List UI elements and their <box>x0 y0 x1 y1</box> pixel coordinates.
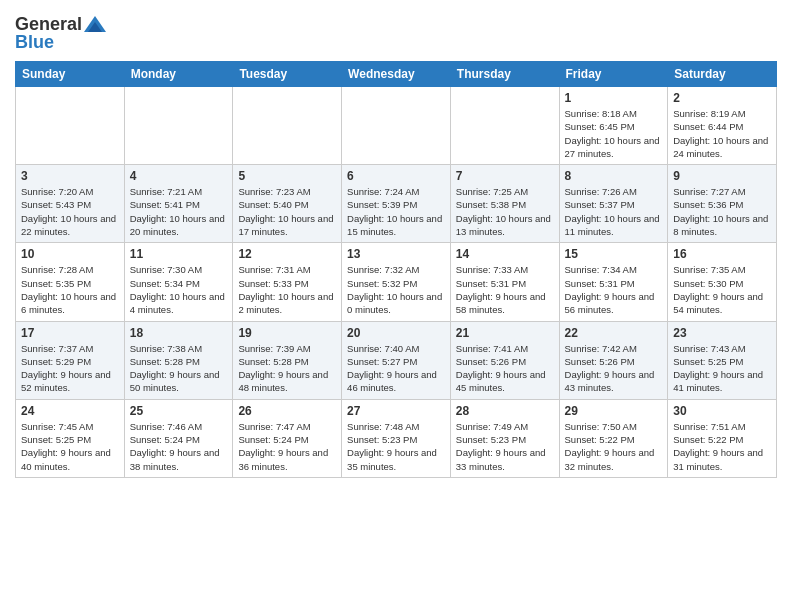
calendar-cell: 6Sunrise: 7:24 AM Sunset: 5:39 PM Daylig… <box>342 165 451 243</box>
day-number: 30 <box>673 404 771 418</box>
calendar-cell <box>233 87 342 165</box>
day-number: 1 <box>565 91 663 105</box>
calendar-cell <box>450 87 559 165</box>
calendar-cell: 2Sunrise: 8:19 AM Sunset: 6:44 PM Daylig… <box>668 87 777 165</box>
day-number: 9 <box>673 169 771 183</box>
day-header-monday: Monday <box>124 62 233 87</box>
logo: General Blue <box>15 10 106 53</box>
day-info: Sunrise: 7:40 AM Sunset: 5:27 PM Dayligh… <box>347 342 445 395</box>
day-header-thursday: Thursday <box>450 62 559 87</box>
day-number: 12 <box>238 247 336 261</box>
day-info: Sunrise: 8:19 AM Sunset: 6:44 PM Dayligh… <box>673 107 771 160</box>
day-info: Sunrise: 8:18 AM Sunset: 6:45 PM Dayligh… <box>565 107 663 160</box>
calendar-cell: 8Sunrise: 7:26 AM Sunset: 5:37 PM Daylig… <box>559 165 668 243</box>
calendar-cell: 16Sunrise: 7:35 AM Sunset: 5:30 PM Dayli… <box>668 243 777 321</box>
day-info: Sunrise: 7:41 AM Sunset: 5:26 PM Dayligh… <box>456 342 554 395</box>
calendar-cell: 20Sunrise: 7:40 AM Sunset: 5:27 PM Dayli… <box>342 321 451 399</box>
day-info: Sunrise: 7:38 AM Sunset: 5:28 PM Dayligh… <box>130 342 228 395</box>
day-header-friday: Friday <box>559 62 668 87</box>
day-number: 29 <box>565 404 663 418</box>
day-info: Sunrise: 7:20 AM Sunset: 5:43 PM Dayligh… <box>21 185 119 238</box>
logo-icon <box>84 14 106 34</box>
day-number: 4 <box>130 169 228 183</box>
day-info: Sunrise: 7:26 AM Sunset: 5:37 PM Dayligh… <box>565 185 663 238</box>
calendar-header-row: SundayMondayTuesdayWednesdayThursdayFrid… <box>16 62 777 87</box>
day-number: 11 <box>130 247 228 261</box>
day-info: Sunrise: 7:31 AM Sunset: 5:33 PM Dayligh… <box>238 263 336 316</box>
day-info: Sunrise: 7:25 AM Sunset: 5:38 PM Dayligh… <box>456 185 554 238</box>
day-number: 8 <box>565 169 663 183</box>
day-number: 2 <box>673 91 771 105</box>
day-number: 21 <box>456 326 554 340</box>
day-number: 27 <box>347 404 445 418</box>
day-info: Sunrise: 7:46 AM Sunset: 5:24 PM Dayligh… <box>130 420 228 473</box>
day-info: Sunrise: 7:24 AM Sunset: 5:39 PM Dayligh… <box>347 185 445 238</box>
calendar-cell: 17Sunrise: 7:37 AM Sunset: 5:29 PM Dayli… <box>16 321 125 399</box>
day-number: 19 <box>238 326 336 340</box>
calendar-cell <box>124 87 233 165</box>
day-number: 18 <box>130 326 228 340</box>
calendar-cell: 11Sunrise: 7:30 AM Sunset: 5:34 PM Dayli… <box>124 243 233 321</box>
calendar-week-row: 3Sunrise: 7:20 AM Sunset: 5:43 PM Daylig… <box>16 165 777 243</box>
calendar-cell: 25Sunrise: 7:46 AM Sunset: 5:24 PM Dayli… <box>124 399 233 477</box>
day-info: Sunrise: 7:34 AM Sunset: 5:31 PM Dayligh… <box>565 263 663 316</box>
day-info: Sunrise: 7:45 AM Sunset: 5:25 PM Dayligh… <box>21 420 119 473</box>
calendar-cell: 10Sunrise: 7:28 AM Sunset: 5:35 PM Dayli… <box>16 243 125 321</box>
calendar-week-row: 1Sunrise: 8:18 AM Sunset: 6:45 PM Daylig… <box>16 87 777 165</box>
day-info: Sunrise: 7:33 AM Sunset: 5:31 PM Dayligh… <box>456 263 554 316</box>
day-info: Sunrise: 7:35 AM Sunset: 5:30 PM Dayligh… <box>673 263 771 316</box>
calendar-cell: 14Sunrise: 7:33 AM Sunset: 5:31 PM Dayli… <box>450 243 559 321</box>
day-info: Sunrise: 7:23 AM Sunset: 5:40 PM Dayligh… <box>238 185 336 238</box>
day-number: 14 <box>456 247 554 261</box>
day-number: 13 <box>347 247 445 261</box>
day-number: 28 <box>456 404 554 418</box>
calendar-cell: 21Sunrise: 7:41 AM Sunset: 5:26 PM Dayli… <box>450 321 559 399</box>
day-info: Sunrise: 7:27 AM Sunset: 5:36 PM Dayligh… <box>673 185 771 238</box>
day-number: 6 <box>347 169 445 183</box>
day-number: 26 <box>238 404 336 418</box>
day-number: 5 <box>238 169 336 183</box>
calendar-week-row: 10Sunrise: 7:28 AM Sunset: 5:35 PM Dayli… <box>16 243 777 321</box>
day-number: 7 <box>456 169 554 183</box>
calendar-cell: 4Sunrise: 7:21 AM Sunset: 5:41 PM Daylig… <box>124 165 233 243</box>
day-number: 10 <box>21 247 119 261</box>
calendar-cell: 28Sunrise: 7:49 AM Sunset: 5:23 PM Dayli… <box>450 399 559 477</box>
calendar-cell: 30Sunrise: 7:51 AM Sunset: 5:22 PM Dayli… <box>668 399 777 477</box>
calendar-cell <box>342 87 451 165</box>
day-info: Sunrise: 7:37 AM Sunset: 5:29 PM Dayligh… <box>21 342 119 395</box>
calendar-cell: 7Sunrise: 7:25 AM Sunset: 5:38 PM Daylig… <box>450 165 559 243</box>
day-number: 20 <box>347 326 445 340</box>
day-number: 15 <box>565 247 663 261</box>
day-number: 24 <box>21 404 119 418</box>
day-number: 17 <box>21 326 119 340</box>
day-info: Sunrise: 7:32 AM Sunset: 5:32 PM Dayligh… <box>347 263 445 316</box>
calendar-cell: 18Sunrise: 7:38 AM Sunset: 5:28 PM Dayli… <box>124 321 233 399</box>
calendar-cell: 27Sunrise: 7:48 AM Sunset: 5:23 PM Dayli… <box>342 399 451 477</box>
calendar-cell: 24Sunrise: 7:45 AM Sunset: 5:25 PM Dayli… <box>16 399 125 477</box>
day-header-tuesday: Tuesday <box>233 62 342 87</box>
day-info: Sunrise: 7:39 AM Sunset: 5:28 PM Dayligh… <box>238 342 336 395</box>
page-header: General Blue <box>15 10 777 53</box>
day-info: Sunrise: 7:30 AM Sunset: 5:34 PM Dayligh… <box>130 263 228 316</box>
day-header-sunday: Sunday <box>16 62 125 87</box>
day-info: Sunrise: 7:21 AM Sunset: 5:41 PM Dayligh… <box>130 185 228 238</box>
day-number: 22 <box>565 326 663 340</box>
calendar-cell: 23Sunrise: 7:43 AM Sunset: 5:25 PM Dayli… <box>668 321 777 399</box>
day-info: Sunrise: 7:51 AM Sunset: 5:22 PM Dayligh… <box>673 420 771 473</box>
day-number: 23 <box>673 326 771 340</box>
logo-blue-text: Blue <box>15 32 54 53</box>
day-number: 25 <box>130 404 228 418</box>
calendar-cell: 9Sunrise: 7:27 AM Sunset: 5:36 PM Daylig… <box>668 165 777 243</box>
day-info: Sunrise: 7:43 AM Sunset: 5:25 PM Dayligh… <box>673 342 771 395</box>
calendar-week-row: 17Sunrise: 7:37 AM Sunset: 5:29 PM Dayli… <box>16 321 777 399</box>
day-info: Sunrise: 7:47 AM Sunset: 5:24 PM Dayligh… <box>238 420 336 473</box>
calendar-cell: 15Sunrise: 7:34 AM Sunset: 5:31 PM Dayli… <box>559 243 668 321</box>
calendar-table: SundayMondayTuesdayWednesdayThursdayFrid… <box>15 61 777 478</box>
calendar-cell <box>16 87 125 165</box>
calendar-week-row: 24Sunrise: 7:45 AM Sunset: 5:25 PM Dayli… <box>16 399 777 477</box>
calendar-cell: 29Sunrise: 7:50 AM Sunset: 5:22 PM Dayli… <box>559 399 668 477</box>
day-info: Sunrise: 7:49 AM Sunset: 5:23 PM Dayligh… <box>456 420 554 473</box>
calendar-cell: 3Sunrise: 7:20 AM Sunset: 5:43 PM Daylig… <box>16 165 125 243</box>
day-info: Sunrise: 7:50 AM Sunset: 5:22 PM Dayligh… <box>565 420 663 473</box>
day-number: 3 <box>21 169 119 183</box>
